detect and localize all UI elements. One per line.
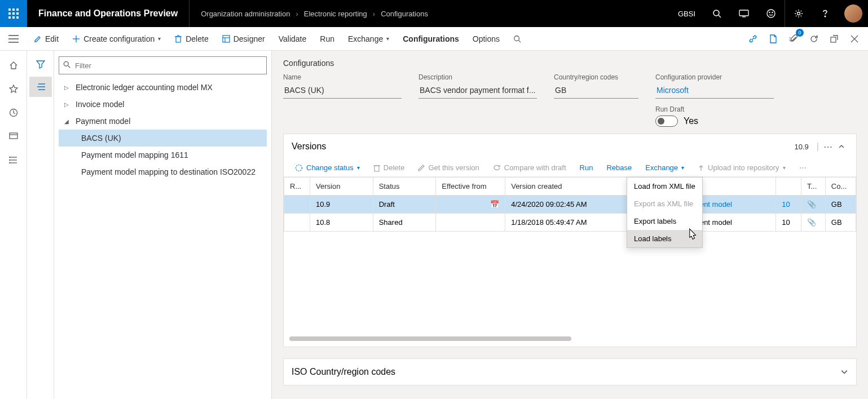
options-tab[interactable]: Options	[466, 27, 506, 50]
col-t[interactable]: T...	[801, 178, 825, 196]
search-icon	[63, 61, 71, 69]
rebase-button[interactable]: Rebase	[601, 161, 637, 174]
close-icon[interactable]	[845, 30, 863, 48]
edit-button[interactable]: Edit	[27, 27, 65, 50]
chevron-down-icon: ▾	[357, 165, 360, 171]
col-basenum[interactable]	[776, 178, 801, 196]
cell-effective[interactable]	[436, 214, 505, 232]
svg-point-48	[296, 165, 302, 171]
more-button[interactable]: ⋯	[794, 161, 812, 174]
star-icon[interactable]	[2, 79, 25, 99]
export-labels-item[interactable]: Export labels	[627, 212, 702, 230]
configurations-label: Configurations	[403, 34, 459, 43]
cell-effective[interactable]: 📅	[436, 196, 505, 214]
change-status-button[interactable]: Change status▾	[289, 161, 365, 174]
tree-item-selected[interactable]: BACS (UK)	[59, 130, 267, 147]
filter-input[interactable]	[59, 56, 267, 74]
svg-point-13	[767, 10, 775, 17]
refresh-icon[interactable]	[805, 30, 823, 48]
edit-label: Edit	[45, 34, 59, 43]
smiley-icon[interactable]	[757, 0, 785, 27]
attachment-icon[interactable]: 📎	[801, 196, 825, 214]
version-delete-button[interactable]: Delete	[368, 161, 411, 174]
col-status[interactable]: Status	[373, 178, 436, 196]
configurations-tab[interactable]: Configurations	[396, 27, 466, 50]
workspace-icon[interactable]	[2, 126, 25, 147]
tree-item[interactable]: Payment model mapping to destination ISO…	[59, 163, 267, 180]
validate-button[interactable]: Validate	[272, 27, 314, 50]
provider-value[interactable]: Microsoft	[655, 83, 774, 99]
gear-icon[interactable]	[785, 0, 812, 27]
load-xml-item[interactable]: Load from XML file	[627, 178, 702, 195]
run-button[interactable]: Run	[313, 27, 341, 50]
name-value[interactable]: BACS (UK)	[283, 83, 402, 99]
list-icon[interactable]	[29, 77, 52, 97]
version-exchange-button[interactable]: Exchange▾	[640, 161, 690, 174]
table-row[interactable]: 10.9 Draft 📅 4/24/2020 09:02:45 AM Payme…	[284, 196, 856, 214]
col-r[interactable]: R...	[284, 178, 310, 196]
device-icon[interactable]	[730, 0, 757, 27]
upload-label: Upload into repository	[708, 163, 779, 172]
home-icon[interactable]	[2, 55, 25, 76]
user-avatar[interactable]	[844, 5, 862, 23]
rundraft-toggle[interactable]	[655, 116, 678, 127]
help-icon[interactable]	[812, 0, 839, 27]
create-config-button[interactable]: Create configuration▾	[65, 27, 168, 50]
tree-item[interactable]: Payment model mapping 1611	[59, 147, 267, 163]
vexchange-label: Exchange	[645, 163, 678, 172]
compare-button[interactable]: Compare with draft	[487, 161, 572, 174]
attachments-icon[interactable]	[785, 30, 803, 48]
nav-toggle-button[interactable]	[0, 27, 27, 51]
link-icon[interactable]	[744, 30, 762, 48]
popout-icon[interactable]	[825, 30, 843, 48]
page-icon[interactable]	[764, 30, 782, 48]
col-co[interactable]: Co...	[825, 178, 856, 196]
search-command-button[interactable]	[506, 27, 528, 50]
col-effective[interactable]: Effective from	[436, 178, 505, 196]
chevron-right-icon: ›	[296, 10, 298, 18]
validate-label: Validate	[279, 34, 307, 43]
breadcrumb-item[interactable]: Electronic reporting	[304, 10, 367, 18]
chevron-right-icon: ▷	[64, 101, 71, 108]
tree-item[interactable]: ▷Invoice model	[59, 96, 267, 113]
command-bar: Edit Create configuration▾ Delete Design…	[0, 27, 868, 51]
table-row[interactable]: 10.8 Shared 1/18/2018 05:49:47 AM KB4...…	[284, 214, 856, 232]
svg-line-30	[519, 40, 521, 42]
get-version-button[interactable]: Get this version	[412, 161, 484, 174]
recent-icon[interactable]	[2, 103, 25, 123]
svg-rect-31	[831, 37, 836, 42]
col-created[interactable]: Version created	[505, 178, 638, 196]
load-labels-item[interactable]: Load labels	[627, 230, 702, 247]
modules-icon[interactable]	[2, 150, 25, 170]
iso-accordion[interactable]: ISO Country/region codes	[283, 358, 857, 385]
breadcrumb-item[interactable]: Configurations	[381, 10, 428, 18]
breadcrumb-item[interactable]: Organization administration	[201, 10, 290, 18]
version-run-button[interactable]: Run	[574, 161, 599, 174]
delete-button[interactable]: Delete	[168, 27, 215, 50]
tree-label: Invoice model	[76, 100, 124, 109]
horizontal-scrollbar[interactable]	[289, 336, 571, 341]
cell-basenum[interactable]: 10	[776, 196, 801, 214]
exchange-button[interactable]: Exchange▾	[341, 27, 396, 50]
waffle-button[interactable]	[0, 0, 27, 27]
desc-value[interactable]: BACS vendor payment format f...	[418, 83, 537, 99]
designer-button[interactable]: Designer	[215, 27, 272, 50]
chevron-down-icon: ▾	[783, 165, 786, 171]
collapse-icon[interactable]	[835, 140, 848, 153]
svg-rect-0	[8, 8, 11, 11]
svg-rect-49	[374, 166, 379, 171]
calendar-icon[interactable]: 📅	[490, 200, 499, 209]
svg-rect-4	[12, 12, 15, 15]
col-version[interactable]: Version	[310, 178, 373, 196]
vdelete-label: Delete	[384, 163, 405, 172]
upload-repo-button[interactable]: Upload into repository▾	[692, 161, 791, 174]
more-icon[interactable]: ⋯	[821, 140, 835, 153]
country-value[interactable]: GB	[554, 83, 638, 99]
tree-item[interactable]: ◢Payment model	[59, 113, 267, 130]
attachment-icon[interactable]: 📎	[801, 214, 825, 232]
search-icon[interactable]	[703, 0, 730, 27]
tree-item[interactable]: ▷Electronic ledger accounting model MX	[59, 79, 267, 96]
company-selector[interactable]: GBSI	[670, 10, 703, 18]
chevron-down-icon: ◢	[64, 118, 71, 125]
filter-icon[interactable]	[29, 54, 52, 74]
